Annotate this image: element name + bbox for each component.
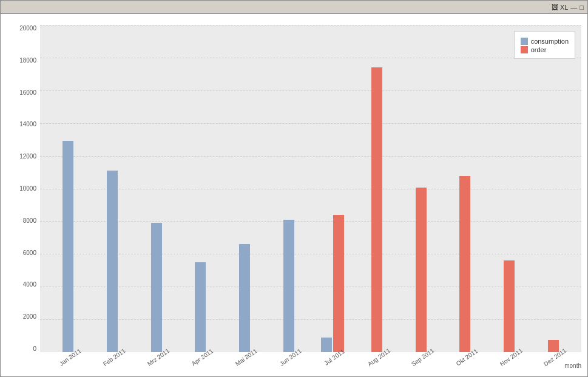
bar-order <box>548 340 559 352</box>
chart-inner: Jan 2011Feb 2011Mrz 2011Apr 2011Mai 2011… <box>40 25 581 370</box>
bar-consumption <box>283 220 294 352</box>
x-label-group: Jul 2011 <box>311 352 355 370</box>
xl-button[interactable]: 🖼 XL <box>552 4 569 11</box>
month-group <box>46 25 90 352</box>
month-group <box>178 25 223 352</box>
x-label-group: Nov 2011 <box>487 352 532 370</box>
x-label-group: Mrz 2011 <box>134 352 178 370</box>
legend-item: order <box>521 46 569 53</box>
maximize-button[interactable]: □ <box>580 4 584 11</box>
x-label-group: Mai 2011 <box>223 352 267 370</box>
y-axis-label: 14000 <box>19 121 36 127</box>
window-controls[interactable]: 🖼 XL — □ <box>552 4 584 11</box>
bar-consumption <box>195 262 206 352</box>
y-axis-label: 4000 <box>23 281 36 288</box>
month-group <box>487 25 532 352</box>
month-group <box>355 25 399 352</box>
month-group <box>531 25 575 352</box>
month-group <box>134 25 178 352</box>
y-axis-label: 20000 <box>19 25 36 32</box>
x-axis: Jan 2011Feb 2011Mrz 2011Apr 2011Mai 2011… <box>40 352 581 370</box>
legend-item: consumption <box>521 38 569 45</box>
month-group <box>266 25 311 352</box>
y-axis-label: 18000 <box>19 57 36 64</box>
y-axis: 2000018000160001400012000100008000600040… <box>7 25 40 370</box>
legend-label: order <box>531 46 547 53</box>
bar-order <box>459 176 470 352</box>
bar-consumption <box>321 338 332 352</box>
x-axis-title: month <box>564 362 581 369</box>
x-label-group: Apr 2011 <box>178 352 223 370</box>
minimize-button[interactable]: — <box>570 4 577 11</box>
y-axis-label: 8000 <box>23 217 36 224</box>
bar-consumption <box>239 244 250 352</box>
x-label-group: Jun 2011 <box>266 352 311 370</box>
bar-order <box>371 67 382 352</box>
x-label-group: Jan 2011 <box>46 352 90 370</box>
month-group <box>311 25 355 352</box>
month-group <box>399 25 443 352</box>
x-label-group: Aug 2011 <box>355 352 399 370</box>
chart-area: 2000018000160001400012000100008000600040… <box>7 25 581 370</box>
bar-consumption <box>107 171 118 352</box>
plot-area <box>40 25 581 352</box>
bar-order <box>416 188 427 352</box>
x-label-group: Feb 2011 <box>90 352 135 370</box>
month-group <box>443 25 487 352</box>
legend-swatch <box>521 38 528 45</box>
y-axis-label: 12000 <box>19 153 36 160</box>
bar-consumption <box>63 141 73 352</box>
bar-order <box>333 215 344 352</box>
chart-container: 2000018000160001400012000100008000600040… <box>1 14 587 376</box>
bar-consumption <box>151 223 162 352</box>
y-axis-label: 10000 <box>19 185 36 192</box>
month-group <box>223 25 267 352</box>
main-window: 🖼 XL — □ 2000018000160001400012000100008… <box>0 0 588 377</box>
legend-label: consumption <box>531 38 569 45</box>
y-axis-label: 2000 <box>23 313 36 320</box>
y-axis-label: 6000 <box>23 250 36 256</box>
x-label-group: Sep 2011 <box>399 352 443 370</box>
bars-wrapper <box>40 25 581 352</box>
legend: consumptionorder <box>514 31 575 59</box>
title-bar: 🖼 XL — □ <box>1 1 587 14</box>
month-group <box>90 25 135 352</box>
y-axis-label: 16000 <box>19 89 36 96</box>
bar-order <box>504 260 515 352</box>
x-label-group: Okt 2011 <box>443 352 487 370</box>
y-axis-label: 0 <box>33 345 36 352</box>
legend-swatch <box>521 46 528 53</box>
